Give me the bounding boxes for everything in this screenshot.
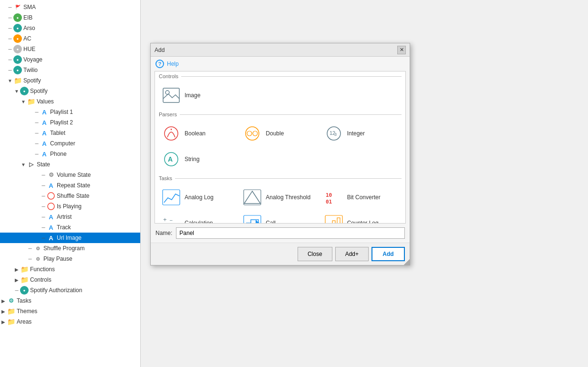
dialog-help-row[interactable]: ? Help — [151, 57, 410, 71]
name-label: Name: — [155, 230, 172, 236]
section-parsers-header: Parsers — [155, 110, 405, 119]
tree-item-spotify-root[interactable]: ▼ 📁 Spotify — [0, 75, 140, 86]
icon-tablet: A — [40, 129, 49, 137]
icon-spotify-folder: 📁 — [13, 76, 22, 85]
tree-item-playlist2[interactable]: ─ A Playlist 2 — [0, 117, 140, 128]
icon-areas-folder: 📁 — [7, 317, 15, 326]
item-string[interactable]: A String — [159, 147, 239, 172]
item-analog-log-label: Analog Log — [185, 194, 214, 201]
tree-item-tablet[interactable]: ─ A Tablet — [0, 128, 140, 138]
icon-artrist: A — [47, 213, 55, 221]
expander-sma[interactable]: ─ — [7, 5, 13, 10]
tree-item-spotify-sub[interactable]: ▼ ● Spotify — [0, 86, 140, 96]
item-image[interactable]: Image — [159, 83, 239, 108]
analog-threshold-icon — [243, 189, 262, 206]
item-boolean[interactable]: Boolean — [159, 121, 239, 146]
parsers-grid: Boolean Double — [155, 119, 405, 173]
item-analog-threshold[interactable]: Analog Threshold — [240, 185, 320, 210]
call-icon — [243, 214, 262, 224]
tree-item-arso[interactable]: ─ ● Arso — [0, 23, 140, 33]
tree-item-shuffle-program[interactable]: ─ ⚙ Shuffle Program — [0, 243, 140, 254]
svg-text:10: 10 — [326, 192, 332, 198]
tree-item-track[interactable]: ─ A Track — [0, 222, 140, 233]
tree-item-url-image[interactable]: ─ A Url Image — [0, 233, 140, 243]
tree-item-functions[interactable]: ▶ 📁 Functions — [0, 264, 140, 275]
dialog-title: Add — [155, 47, 165, 53]
icon-phone: A — [40, 150, 49, 158]
item-image-label: Image — [185, 92, 200, 99]
icon-twilio: ● — [13, 66, 22, 74]
tree-item-repeat-state[interactable]: ─ A Repeat State — [0, 180, 140, 191]
item-analog-log[interactable]: Analog Log — [159, 185, 239, 210]
add-button[interactable]: Add — [371, 247, 405, 261]
tree-item-controls[interactable]: ▶ 📁 Controls — [0, 275, 140, 285]
integer-icon: 12 3 — [324, 125, 343, 142]
svg-text:01: 01 — [326, 199, 332, 205]
icon-tasks: ⚙ — [7, 296, 15, 305]
tree-item-state[interactable]: ▼ ▷ State — [0, 159, 140, 170]
tree-item-phone[interactable]: ─ A Phone — [0, 149, 140, 159]
dialog-resize-handle[interactable] — [404, 259, 410, 265]
item-integer[interactable]: 12 3 Integer — [321, 121, 402, 146]
tree-item-artrist[interactable]: ─ A Artrist — [0, 212, 140, 222]
item-counter-log-label: Counter Log — [347, 220, 379, 224]
tree-item-playlist1[interactable]: ─ A Playlist 1 — [0, 107, 140, 117]
svg-marker-16 — [244, 191, 260, 204]
controls-grid: Image — [155, 81, 405, 110]
dialog-buttons: Close Add+ Add — [151, 243, 410, 265]
counter-log-icon — [324, 214, 343, 224]
tree-item-eib[interactable]: ─ ● EIB — [0, 12, 140, 23]
svg-rect-14 — [163, 190, 180, 205]
item-call[interactable]: Call — [240, 211, 320, 224]
tree-item-areas[interactable]: ▶ 📁 Areas — [0, 316, 140, 327]
dialog-content: Controls Image Parsers — [155, 71, 406, 224]
tree-item-computer[interactable]: ─ A Computer — [0, 138, 140, 149]
icon-track: A — [47, 223, 55, 232]
tree-item-themes[interactable]: ▶ 📁 Themes — [0, 306, 140, 316]
tree-item-values[interactable]: ▼ 📁 Values — [0, 96, 140, 107]
add-plus-button[interactable]: Add+ — [335, 247, 369, 261]
item-string-label: String — [185, 156, 199, 163]
svg-rect-2 — [163, 88, 179, 102]
tree-item-sma[interactable]: ─ 🚩 SMA — [0, 2, 140, 12]
icon-values-folder: 📁 — [27, 97, 35, 106]
svg-point-6 — [246, 127, 259, 140]
tasks-grid: Analog Log Analog Threshold — [155, 183, 405, 224]
icon-volume-state: ⚙ — [47, 171, 55, 179]
icon-arso: ● — [13, 24, 22, 32]
tree-item-twilio[interactable]: ─ ● Twilio — [0, 65, 140, 75]
tree-item-tasks[interactable]: ▶ ⚙ Tasks — [0, 296, 140, 306]
svg-point-7 — [247, 131, 252, 136]
boolean-icon — [162, 125, 181, 142]
svg-marker-24 — [256, 220, 259, 224]
tree-item-play-pause[interactable]: ─ ⚙ Play Pause — [0, 254, 140, 264]
tree-item-shuffle-state[interactable]: ─ Shuffle State — [0, 191, 140, 201]
item-analog-threshold-label: Analog Threshold — [266, 194, 310, 201]
tree-item-volume-state[interactable]: ─ ⚙ Volume State — [0, 170, 140, 180]
close-button[interactable]: Close — [298, 247, 332, 261]
svg-text:A: A — [168, 155, 173, 163]
icon-ac: ● — [13, 34, 22, 43]
dialog-close-button[interactable]: ✕ — [397, 46, 406, 54]
svg-text:3: 3 — [334, 132, 337, 137]
item-double[interactable]: Double — [240, 121, 320, 146]
item-integer-label: Integer — [347, 130, 365, 137]
name-input[interactable] — [176, 227, 405, 239]
main-area: Add ✕ ? Help Controls — [141, 0, 588, 367]
item-counter-log[interactable]: Counter Log — [321, 211, 402, 224]
dialog-titlebar: Add ✕ — [151, 43, 410, 57]
item-bit-converter[interactable]: 10 01 Bit Converter — [321, 185, 402, 210]
svg-point-8 — [253, 131, 258, 136]
tree-item-ac[interactable]: ─ ● AC — [0, 33, 140, 44]
tree-item-voyage[interactable]: ─ ● Voyage — [0, 54, 140, 65]
tree-item-is-playing[interactable]: ─ Is Playing — [0, 201, 140, 212]
icon-controls-folder: 📁 — [20, 275, 29, 284]
string-icon: A — [162, 151, 181, 168]
svg-point-0 — [48, 193, 54, 199]
tree-item-spotify-auth[interactable]: ─ ● Spotify Authorization — [0, 285, 140, 296]
item-calculation[interactable]: + – × ÷ Calculation — [159, 211, 239, 224]
tree-item-hue[interactable]: ─ ● HUE — [0, 44, 140, 54]
icon-spotify-sub: ● — [20, 87, 29, 95]
icon-playlist2: A — [40, 118, 49, 127]
icon-state: ▷ — [27, 160, 35, 169]
